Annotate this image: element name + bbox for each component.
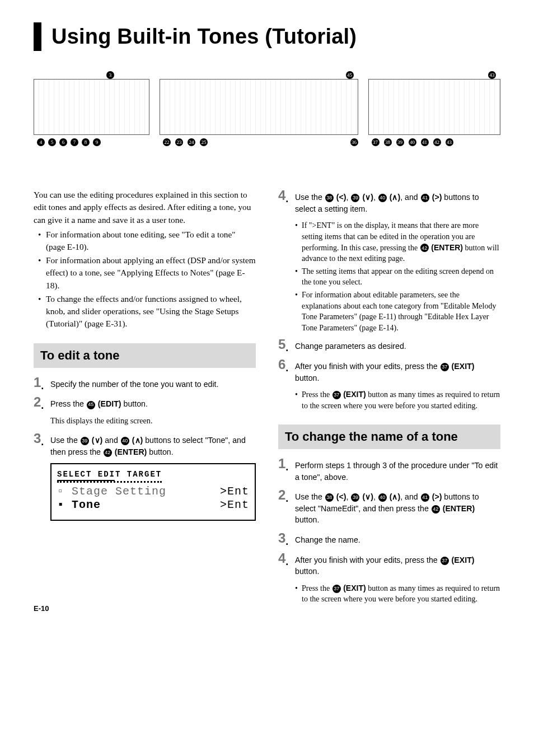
lcd-row-text: ▪ Tone [57,498,101,512]
button-label: (EXIT) [452,362,475,371]
button-ref-37: 37 [441,363,449,371]
callout-38: 38 [384,138,392,146]
callout-25: 25 [200,138,208,146]
down-arrow-icon: ∨ [95,436,100,445]
text: , [373,492,378,501]
step-number: 4. [278,189,291,214]
button-ref-39: 39 [351,194,359,202]
intro-text: You can use the editing procedures expla… [34,189,256,226]
step-body: After you finish with your edits, press … [295,552,500,577]
intro-bullets: For information about tone editing, see … [34,228,256,330]
button-ref-38: 38 [325,493,334,502]
button-label: (ENTER) [443,504,475,513]
button-label: (EDIT) [98,399,121,408]
callout-42: 42 [433,138,441,146]
step-number: 1. [34,376,46,390]
down-arrow-icon: ∨ [365,193,371,202]
bullet: The setting items that appear on the edi… [295,266,500,288]
callout-5: 5 [48,138,56,146]
button-ref-37: 37 [332,391,341,399]
step-number: 2. [278,488,291,526]
step-body: Press the 45 (EDIT) button. [50,395,148,410]
step6-bullets: Press the 37 (EXIT) button as many times… [295,389,500,411]
section-heading-edit: To edit a tone [34,343,256,368]
callout-40: 40 [409,138,416,146]
callout-3: 3 [106,71,114,79]
rename-step4-bullets: Press the 37 (EXIT) button as many times… [295,583,500,605]
button-ref-37: 37 [441,557,449,565]
step-body: Use the 39 (∨) and 40 (∧) buttons to sel… [50,432,256,458]
text: , and [400,492,420,501]
callout-36: 36 [350,138,358,146]
step-number: 1. [278,457,291,483]
paren: ) [100,436,103,445]
button-ref-40: 40 [378,194,387,202]
right-arrow-icon: > [434,193,439,202]
step-body: Use the 38 (<), 39 (∨), 40 (∧), and 41 (… [295,189,500,214]
text: Use the [295,193,325,202]
text: After you finish with your edits, press … [295,362,440,371]
callout-45: 45 [346,71,354,79]
text: After you finish with your edits, press … [295,556,440,564]
callout-37: 37 [372,138,380,146]
text: button. [295,374,319,382]
callout-6: 6 [59,138,67,146]
bullet: For information about editable parameter… [295,290,500,333]
text: Use the [50,436,80,445]
step-body: Perform steps 1 through 3 of the procedu… [295,457,500,483]
paren: ) [140,436,143,445]
text: , [346,193,351,202]
step-number: 4. [278,552,291,577]
text: Use the [295,492,325,501]
section-heading-rename: To change the name of a tone [278,424,500,449]
button-ref-45: 45 [87,401,95,409]
step-number: 6. [278,358,291,384]
callout-43: 43 [488,71,496,79]
callout-39: 39 [396,138,404,146]
button-ref-42: 42 [432,505,440,514]
button-ref-42: 42 [104,449,112,457]
text: , [346,492,351,501]
up-arrow-icon: ∧ [392,193,397,202]
lcd-screenshot: SELECT EDIT TARGET ▫ Stage Setting>Ent ▪… [50,463,256,521]
up-arrow-icon: ∧ [392,492,397,501]
callout-8: 8 [82,138,90,146]
lcd-row-right: >Ent [220,498,249,512]
text: button. [295,567,319,576]
button-ref-39: 39 [81,437,89,445]
step4-bullets: If ">ENT" is on the display, it means th… [295,220,500,333]
step-body: Change parameters as desired. [295,338,406,352]
page-number: E-10 [34,604,49,614]
callout-23: 23 [175,138,183,146]
callout-41: 41 [421,138,429,146]
page-title: Using Built-in Tones (Tutorial) [51,22,500,51]
down-arrow-icon: ∨ [365,492,371,501]
step-number: 2. [34,395,46,410]
button-label: (ENTER) [115,447,147,456]
intro-bullet: For information about tone editing, see … [40,228,256,253]
button-ref-41: 41 [421,194,429,202]
button-ref-37: 37 [332,585,341,593]
step-number: 3. [278,531,291,546]
text: button. [295,515,319,524]
step-body: Change the name. [295,531,360,546]
button-ref-41: 41 [421,493,429,502]
callout-9: 9 [93,138,101,146]
panel-diagram: 3 4 5 6 7 8 9 45 22 23 24 25 36 43 37 38… [34,79,500,169]
up-arrow-icon: ∧ [135,436,140,445]
intro-bullet: To change the effects and/or functions a… [40,293,256,330]
step-number: 3. [34,432,46,458]
lcd-row-text: ▫ Stage Setting [57,485,166,498]
text: , and [400,193,420,202]
callout-7: 7 [71,138,78,146]
callout-24: 24 [188,138,195,146]
left-arrow-icon: < [339,492,344,501]
step-body: Use the 38 (<), 39 (∨), 40 (∧), and 41 (… [295,488,500,526]
callout-4: 4 [37,138,45,146]
intro-bullet: For information about applying an effect… [40,254,256,292]
text: Press the [50,399,86,408]
right-arrow-icon: > [434,492,439,501]
step-number: 5. [278,338,291,352]
button-ref-40: 40 [378,493,387,502]
step-body: Specify the number of the tone you want … [50,376,219,390]
